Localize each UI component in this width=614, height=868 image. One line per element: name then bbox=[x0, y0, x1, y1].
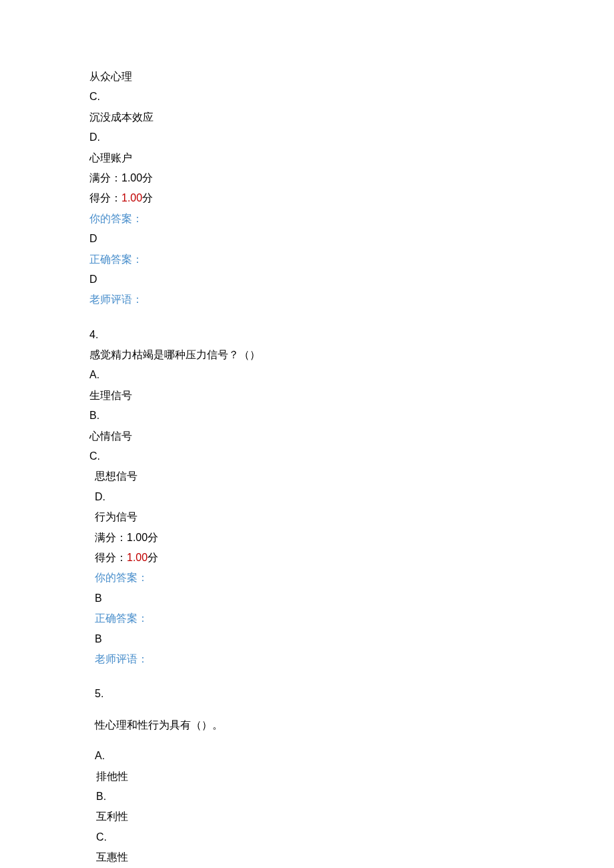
q4-got-score: 得分：1.00分 bbox=[89, 548, 614, 568]
q3-teacher-label: 老师评语： bbox=[89, 290, 614, 310]
q3-score-value: 1.00 bbox=[121, 192, 142, 203]
q4-full-unit: 分 bbox=[147, 532, 158, 543]
q4-your-answer: B bbox=[89, 588, 614, 608]
q4-full-score: 满分：1.00分 bbox=[89, 528, 614, 548]
q5-option-b-text: 互利性 bbox=[89, 807, 614, 827]
q4-option-c-text: 思想信号 bbox=[89, 466, 614, 486]
q4-option-a-text: 生理信号 bbox=[89, 386, 614, 406]
q4-correct-answer-label: 正确答案： bbox=[89, 608, 614, 628]
q3-option-c-letter: C. bbox=[89, 87, 614, 107]
q3-got-score: 得分：1.00分 bbox=[89, 188, 614, 208]
q5-option-c-letter: C. bbox=[89, 827, 614, 847]
q3-full-value: 1.00 bbox=[121, 172, 142, 183]
q4-score-value: 1.00 bbox=[127, 552, 147, 563]
q4-option-d-letter: D. bbox=[89, 487, 614, 507]
q4-your-answer-label: 你的答案： bbox=[89, 568, 614, 588]
q3-score-label: 得分： bbox=[89, 192, 121, 203]
q4-number: 4. bbox=[89, 325, 614, 345]
q5-stem: 性心理和性行为具有（）。 bbox=[89, 715, 614, 735]
q3-your-answer: D bbox=[89, 229, 614, 249]
q3-correct-answer: D bbox=[89, 270, 614, 290]
q4-full-label: 满分： bbox=[95, 532, 127, 543]
q4-stem: 感觉精力枯竭是哪种压力信号？（） bbox=[89, 345, 614, 365]
q3-score-unit: 分 bbox=[142, 192, 153, 203]
question-3-block: 从众心理 C. 沉没成本效应 D. 心理账户 满分：1.00分 得分：1.00分… bbox=[89, 67, 614, 310]
q3-option-d-letter: D. bbox=[89, 127, 614, 147]
q3-option-c-text: 沉没成本效应 bbox=[89, 107, 614, 127]
q3-your-answer-label: 你的答案： bbox=[89, 209, 614, 229]
q3-full-score: 满分：1.00分 bbox=[89, 168, 614, 188]
q4-option-d-text: 行为信号 bbox=[89, 507, 614, 527]
q3-correct-answer-label: 正确答案： bbox=[89, 250, 614, 270]
q4-option-b-text: 心情信号 bbox=[89, 426, 614, 446]
spacer bbox=[89, 310, 614, 325]
q4-teacher-label: 老师评语： bbox=[89, 649, 614, 669]
q4-score-label: 得分： bbox=[95, 552, 127, 563]
q5-option-c-text: 互惠性 bbox=[89, 847, 614, 867]
q3-full-label: 满分： bbox=[89, 172, 121, 183]
q3-option-b-text: 从众心理 bbox=[89, 67, 614, 87]
q4-option-b-letter: B. bbox=[89, 406, 614, 426]
q4-option-c-letter: C. bbox=[89, 446, 614, 466]
q4-correct-answer: B bbox=[89, 629, 614, 649]
q5-option-a-text: 排他性 bbox=[89, 767, 614, 787]
q4-option-a-letter: A. bbox=[89, 365, 614, 385]
q5-option-a-letter: A. bbox=[89, 746, 614, 766]
q4-score-unit: 分 bbox=[147, 552, 158, 563]
q5-option-b-letter: B. bbox=[89, 787, 614, 807]
q5-number: 5. bbox=[89, 684, 614, 704]
spacer bbox=[89, 669, 614, 684]
q3-option-d-text: 心理账户 bbox=[89, 148, 614, 168]
q3-full-unit: 分 bbox=[142, 172, 153, 183]
question-4-block: 4. 感觉精力枯竭是哪种压力信号？（） A. 生理信号 B. 心情信号 C. 思… bbox=[89, 325, 614, 670]
question-5-block: 5. 性心理和性行为具有（）。 A. 排他性 B. 互利性 C. 互惠性 bbox=[89, 684, 614, 867]
q4-full-value: 1.00 bbox=[127, 532, 147, 543]
